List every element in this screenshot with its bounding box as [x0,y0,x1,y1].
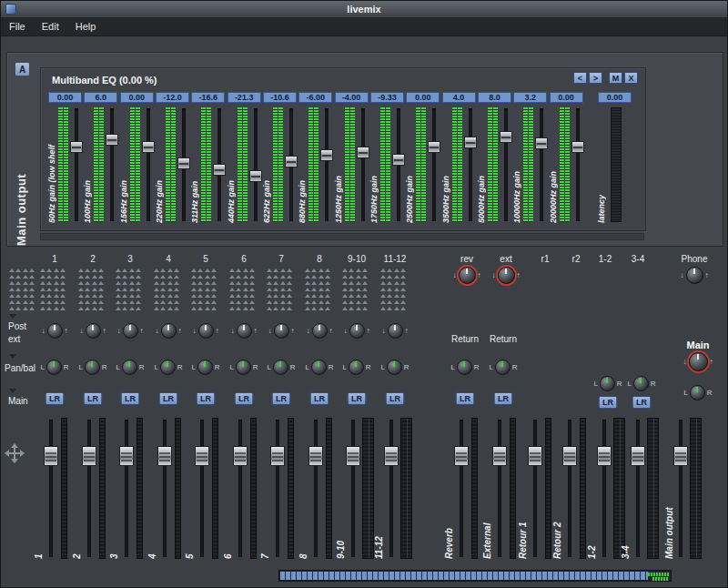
lr-button[interactable]: LR [46,392,65,405]
send-arrows[interactable] [190,267,217,311]
eq-value-display[interactable]: -10.6 [263,92,297,103]
pan-knob[interactable] [236,360,251,375]
fader-handle[interactable] [82,446,96,466]
send-knob[interactable] [161,323,177,339]
pan-knob[interactable] [495,360,511,375]
fader-handle[interactable] [119,446,134,466]
move-handle-icon[interactable] [6,445,23,461]
eq-scrollbar[interactable] [40,233,644,240]
send-arrows[interactable] [77,267,105,311]
send-arrows[interactable] [304,267,331,311]
pan-knob[interactable] [633,376,649,391]
fader-handle[interactable] [346,446,360,466]
fader-handle[interactable] [195,446,209,466]
fader-handle[interactable] [673,446,688,466]
menu-edit[interactable]: Edit [34,17,67,35]
fader-handle[interactable] [233,446,248,466]
lr-button[interactable]: LR [84,392,103,405]
master-send-arrows[interactable] [8,267,35,311]
send-arrows[interactable] [379,267,407,311]
lr-button[interactable]: LR [456,392,475,405]
send-knob[interactable] [123,323,138,339]
eq-value-display[interactable]: -4.00 [335,92,369,103]
send-arrows[interactable] [115,267,142,311]
send-arrows[interactable] [228,267,256,311]
main-volume-knob[interactable] [689,352,708,371]
pan-knob[interactable] [311,360,327,375]
eq-fader-handle[interactable] [464,137,477,148]
eq-fader-handle[interactable] [213,164,226,176]
eq-fader-handle[interactable] [142,141,155,153]
eq-value-display[interactable]: -16.6 [191,92,225,103]
eq-fader-handle[interactable] [70,141,83,153]
eq-fader-handle[interactable] [106,134,118,146]
pan-knob[interactable] [197,360,213,375]
send-knob[interactable] [274,323,289,339]
eq-value-display[interactable]: 6.0 [84,92,117,103]
pan-knob[interactable] [457,360,472,375]
send-knob[interactable] [198,323,214,339]
fader-handle[interactable] [492,446,507,466]
eq-value-display[interactable]: 0.00 [550,92,583,103]
prev-button[interactable]: < [573,72,587,84]
eq-fader-handle[interactable] [392,154,405,166]
lr-button[interactable]: LR [632,396,652,409]
next-button[interactable]: > [589,72,602,84]
send-arrows[interactable] [153,267,180,311]
menu-file[interactable]: File [1,17,34,35]
mute-button[interactable]: M [609,72,622,84]
eq-fader-handle[interactable] [428,141,440,153]
eq-fader-handle[interactable] [357,147,369,158]
eq-value-display[interactable]: -21.3 [228,92,261,103]
send-knob[interactable] [47,323,63,339]
send-arrows[interactable] [39,267,66,311]
pan-knob[interactable] [122,360,137,375]
send-arrows[interactable] [266,267,293,311]
eq-value-display[interactable]: 0.00 [120,92,154,103]
eq-fader-handle[interactable] [571,141,584,153]
menu-help[interactable]: Help [67,17,105,35]
send-knob[interactable] [237,323,252,339]
fader-handle[interactable] [308,446,323,466]
pan-knob[interactable] [349,360,364,375]
fader-handle[interactable] [270,446,285,466]
collapse-arrow-icon[interactable] [9,389,16,393]
eq-value-display[interactable]: -9.33 [370,92,404,103]
send-knob[interactable] [86,323,101,339]
pan-knob[interactable] [273,360,288,375]
fader-handle[interactable] [454,446,469,466]
eq-fader-handle[interactable] [249,170,262,182]
close-button[interactable]: X [624,72,638,84]
pan-knob[interactable] [46,360,62,375]
send-knob[interactable] [312,323,328,339]
main-pan-knob[interactable] [690,385,705,400]
eq-value-display[interactable]: 8.0 [478,92,511,103]
fader-handle[interactable] [528,446,542,466]
eq-value-display[interactable]: 4.0 [442,92,476,103]
lr-button[interactable]: LR [235,392,254,405]
eq-value-display[interactable]: 0.00 [406,92,440,103]
eq-fader-handle[interactable] [177,157,190,169]
lr-button[interactable]: LR [121,392,140,405]
lr-button[interactable]: LR [348,392,367,405]
fader-handle[interactable] [597,446,612,466]
pan-knob[interactable] [387,360,402,375]
fader-handle[interactable] [384,446,399,466]
pan-knob[interactable] [160,360,176,375]
eq-value-display[interactable]: -12.0 [156,92,189,103]
titlebar[interactable]: livemix [1,1,727,18]
send-knob[interactable] [388,323,403,339]
eq-fader-handle[interactable] [285,156,298,167]
eq-value-display[interactable]: 0.00 [48,92,82,103]
eq-fader-handle[interactable] [500,131,512,143]
lr-button[interactable]: LR [272,392,291,405]
lr-button[interactable]: LR [599,396,618,409]
fader-handle[interactable] [631,446,645,466]
eq-fader-handle[interactable] [535,137,548,149]
lr-button[interactable]: LR [310,392,329,405]
lr-button[interactable]: LR [494,392,513,405]
eq-value-display[interactable]: -6.00 [298,92,332,103]
eq-value-display[interactable]: 3.2 [513,92,547,103]
lr-button[interactable]: LR [159,392,178,405]
send-arrows[interactable] [341,267,369,311]
